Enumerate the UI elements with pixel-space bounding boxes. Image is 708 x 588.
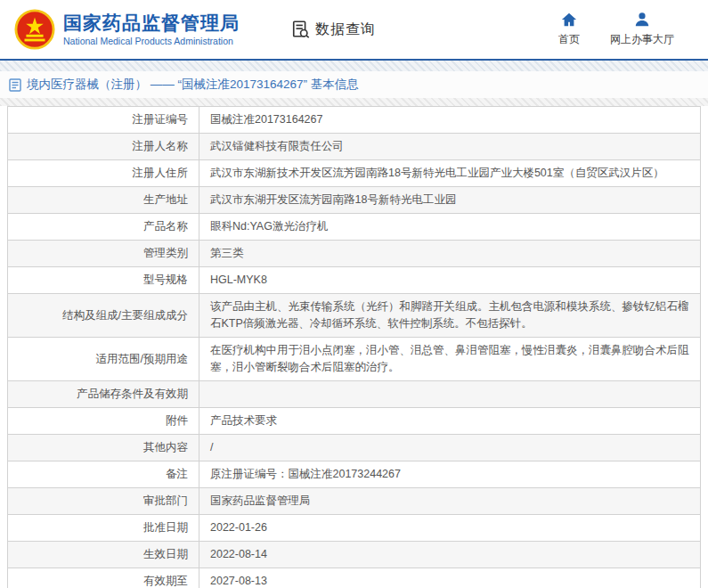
- table-row: 生效日期 2022-08-14: [8, 542, 701, 568]
- agency-logo[interactable]: [14, 9, 55, 50]
- row-value: 2027-08-13: [199, 568, 701, 588]
- row-label: 注册人名称: [8, 134, 199, 160]
- breadcrumb: 境内医疗器械（注册） —— “国械注准20173164267” 基本信息: [0, 71, 708, 98]
- row-label: 批准日期: [8, 515, 199, 542]
- nav-item-service-hall[interactable]: 网上办事大厅: [610, 12, 674, 47]
- table-row: 产品名称 眼科Nd:YAG激光治疗机: [8, 214, 701, 241]
- table-row: 其他内容 /: [8, 435, 701, 461]
- row-label: 产品名称: [8, 214, 199, 241]
- document-icon: [9, 78, 21, 92]
- row-value: 该产品由主机、光束传输系统（光纤）和脚踏开关组成。主机包含电源和模块系统、掺钕钇…: [199, 294, 701, 338]
- table-row: 有效期至 2027-08-13: [8, 568, 701, 588]
- table-row: 附件 产品技术要求: [8, 408, 701, 435]
- row-value: 2022-08-14: [199, 542, 701, 568]
- row-value: 第三类: [199, 241, 701, 267]
- row-value: /: [199, 435, 701, 461]
- row-value: 国械注准20173164267: [199, 107, 701, 134]
- page-title: 境内医疗器械（注册） —— “国械注准20173164267” 基本信息: [27, 77, 359, 93]
- row-label: 产品储存条件及有效期: [8, 381, 199, 408]
- data-query-tab[interactable]: 数据查询: [291, 20, 376, 39]
- national-emblem-icon: [14, 9, 55, 50]
- table-row: 注册证编号 国械注准20173164267: [8, 107, 701, 134]
- nav-home-label: 首页: [558, 32, 580, 47]
- decorative-strip-top: [0, 61, 708, 71]
- row-value: 武汉镭健科技有限责任公司: [199, 134, 701, 160]
- table-row: 管理类别 第三类: [8, 241, 701, 267]
- table-row: 注册人住所 武汉市东湖新技术开发区流芳园南路18号新特光电工业园产业大楼501室…: [8, 160, 701, 187]
- home-icon: [561, 12, 577, 28]
- row-value: 眼科Nd:YAG激光治疗机: [199, 214, 701, 241]
- table-row: 批准日期 2022-01-26: [8, 515, 701, 542]
- row-value: 武汉市东湖开发区流芳园南路18号新特光电工业园: [199, 187, 701, 214]
- row-label: 审批部门: [8, 488, 199, 515]
- row-label: 注册人住所: [8, 160, 199, 187]
- nav-item-home[interactable]: 首页: [558, 12, 580, 47]
- row-label: 型号规格: [8, 267, 199, 294]
- row-label: 备注: [8, 461, 199, 488]
- table-row: 备注 原注册证编号：国械注准20173244267: [8, 461, 701, 488]
- table-row: 生产地址 武汉市东湖开发区流芳园南路18号新特光电工业园: [8, 187, 701, 214]
- row-value: 在医疗机构中用于泪小点闭塞，泪小管、泪总管、鼻泪管阻塞，慢性泪囊炎，泪囊鼻腔吻合…: [199, 338, 701, 381]
- row-label: 附件: [8, 408, 199, 435]
- row-value: 武汉市东湖新技术开发区流芳园南路18号新特光电工业园产业大楼501室（自贸区武汉…: [199, 160, 701, 187]
- header-nav: 首页 网上办事大厅: [558, 12, 674, 47]
- agency-titles: 国家药品监督管理局 National Medical Products Admi…: [63, 12, 240, 47]
- row-value: 原注册证编号：国械注准20173244267: [199, 461, 701, 488]
- row-value: HGL-MYK8: [199, 267, 701, 294]
- nav-service-hall-label: 网上办事大厅: [610, 32, 674, 47]
- document-search-icon: [291, 20, 311, 39]
- row-label: 适用范围/预期用途: [8, 338, 199, 381]
- table-row: 型号规格 HGL-MYK8: [8, 267, 701, 294]
- row-label: 结构及组成/主要组成成分: [8, 294, 199, 338]
- row-value: [199, 381, 701, 408]
- table-row: 产品储存条件及有效期: [8, 381, 701, 408]
- row-value: 2022-01-26: [199, 515, 701, 542]
- agency-name-cn: 国家药品监督管理局: [63, 12, 240, 34]
- user-icon: [634, 12, 650, 28]
- table-row: 审批部门 国家药品监督管理局: [8, 488, 701, 515]
- row-value: 国家药品监督管理局: [199, 488, 701, 515]
- top-header: 国家药品监督管理局 National Medical Products Admi…: [0, 0, 708, 59]
- row-value: 产品技术要求: [199, 408, 701, 435]
- row-label: 管理类别: [8, 241, 199, 267]
- row-label: 有效期至: [8, 568, 199, 588]
- row-label: 生效日期: [8, 542, 199, 568]
- row-label: 生产地址: [8, 187, 199, 214]
- decorative-strip-bottom: [0, 98, 708, 106]
- table-row: 适用范围/预期用途 在医疗机构中用于泪小点闭塞，泪小管、泪总管、鼻泪管阻塞，慢性…: [8, 338, 701, 381]
- registration-info-table: 注册证编号 国械注准20173164267 注册人名称 武汉镭健科技有限责任公司…: [7, 106, 701, 588]
- row-label: 注册证编号: [8, 107, 199, 134]
- data-query-label: 数据查询: [315, 20, 376, 39]
- table-row: 结构及组成/主要组成成分 该产品由主机、光束传输系统（光纤）和脚踏开关组成。主机…: [8, 294, 701, 338]
- agency-name-en: National Medical Products Administration: [63, 36, 240, 47]
- table-row: 注册人名称 武汉镭健科技有限责任公司: [8, 134, 701, 160]
- row-label: 其他内容: [8, 435, 199, 461]
